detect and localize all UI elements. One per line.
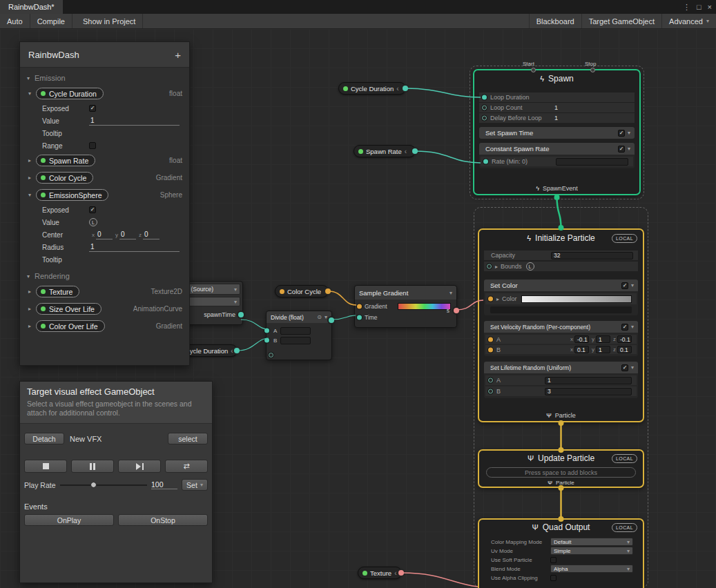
gear-icon[interactable]: ⊙ [317, 314, 322, 320]
radius-field[interactable]: 1 [89, 243, 180, 252]
pill-color-cycle[interactable]: Color Cycle [275, 285, 329, 297]
chevron-down-icon[interactable] [631, 282, 634, 288]
update-title[interactable]: Ψ Update Particle LOCAL [479, 451, 643, 466]
slider-handle[interactable] [90, 482, 97, 488]
param-row-texture[interactable]: Texture Texture2D [20, 283, 189, 300]
block-enabled-checkbox[interactable]: ✓ [621, 364, 628, 371]
initialize-title[interactable]: ϟ Initialize Particle LOCAL [479, 230, 643, 246]
color-mapping-dropdown[interactable]: Default [550, 538, 633, 546]
param-pill[interactable]: Cycle Duration [36, 88, 104, 99]
set-spawn-time-block[interactable]: Set Spawn Time ✓ [479, 127, 635, 139]
velocity-b-x-field[interactable]: 0.1 [574, 346, 589, 353]
lifetime-a-port[interactable] [488, 378, 493, 383]
blend-mode-dropdown[interactable]: Alpha [550, 565, 633, 573]
divide-a-field[interactable] [280, 327, 311, 335]
collapse-icon[interactable] [231, 347, 233, 355]
lock-badge[interactable]: L [89, 218, 97, 226]
capacity-field[interactable]: 32 [551, 252, 633, 259]
play-rate-slider[interactable] [60, 480, 147, 490]
block-enabled-checkbox[interactable]: ✓ [621, 324, 628, 331]
param-pill[interactable]: Spawn Rate [36, 155, 95, 166]
tab-rainbwdash[interactable]: RainbwDash* [0, 0, 63, 14]
chevron-down-icon[interactable] [449, 290, 452, 296]
chevron-right-icon[interactable] [28, 288, 31, 295]
chevron-right-icon[interactable] [496, 296, 499, 302]
sample-gradient-output-port[interactable] [454, 308, 459, 313]
chevron-down-icon[interactable] [28, 192, 31, 198]
velocity-a-x-field[interactable]: -0.1 [574, 335, 589, 343]
advanced-dropdown-button[interactable]: Advanced [661, 14, 716, 28]
use-alpha-clipping-row[interactable]: Use Alpha Clipping [484, 574, 638, 582]
set-lifetime-random-block[interactable]: Set Lifetime Random (Uniform) ✓ A 1 B 3 [484, 362, 638, 398]
loop-count-port[interactable] [482, 106, 487, 110]
gradient-input-row[interactable]: Gradient [365, 302, 451, 311]
gradient-input-port[interactable] [357, 304, 362, 309]
pill-output-port[interactable] [398, 570, 404, 576]
row-value[interactable]: 1 [554, 115, 558, 121]
detach-button[interactable]: Detach [24, 433, 64, 444]
pill-texture[interactable]: Texture [358, 567, 402, 579]
param-pill[interactable]: Size Over Life [36, 303, 101, 315]
chevron-right-icon[interactable] [28, 175, 31, 181]
param-row-size-over-life[interactable]: Size Over Life AnimationCurve [20, 300, 189, 317]
spawn-title[interactable]: ϟ Spawn [474, 70, 639, 87]
spawn-row-loop-duration[interactable]: Loop Duration [479, 92, 635, 102]
chevron-right-icon[interactable] [28, 323, 31, 329]
section-rendering[interactable]: Rendering [20, 269, 189, 283]
chevron-down-icon[interactable] [631, 364, 634, 371]
use-soft-particle-checkbox[interactable] [550, 557, 557, 563]
target-gameobject-toggle-button[interactable]: Target GameObject [581, 14, 661, 28]
lifetime-b-field[interactable]: 3 [545, 388, 632, 395]
blend-mode-row[interactable]: Blend Mode Alpha [484, 565, 638, 573]
compile-button[interactable]: Compile [30, 14, 72, 28]
param-row-color-cycle[interactable]: Color Cycle Gradient [20, 169, 189, 186]
chevron-down-icon[interactable] [628, 130, 630, 136]
spawn-output-anchor[interactable]: ϟ SpawnEvent [474, 185, 639, 192]
velocity-a-y-field[interactable]: 1 [596, 335, 610, 343]
pill-output-port[interactable] [403, 86, 408, 91]
section-emission[interactable]: Emission [20, 71, 189, 85]
spawntime-output-port[interactable] [238, 312, 244, 317]
color-gradient-swatch[interactable] [521, 295, 632, 303]
use-soft-particle-row[interactable]: Use Soft Particle [484, 556, 638, 564]
auto-button[interactable]: Auto [0, 14, 30, 28]
rate-port[interactable] [483, 159, 488, 164]
set-rate-button[interactable]: Set [182, 479, 208, 491]
center-z-field[interactable]: 0 [143, 231, 159, 239]
color-row[interactable]: Color [485, 293, 637, 304]
select-button[interactable]: select [168, 433, 208, 444]
color-port[interactable] [488, 297, 493, 302]
param-pill[interactable]: Color Over Life [36, 320, 105, 332]
divide-add-input-port[interactable] [269, 353, 273, 357]
spawn-row-loop-count[interactable]: Loop Count 1 [479, 103, 635, 112]
divide-output-port[interactable] [329, 317, 334, 323]
row-value[interactable]: 1 [554, 104, 558, 111]
step-button[interactable] [118, 460, 161, 473]
exposed-checkbox[interactable]: ✓ [89, 206, 96, 213]
onstop-button[interactable]: OnStop [118, 514, 208, 526]
pill-output-port[interactable] [325, 288, 331, 294]
velocity-a-port[interactable] [488, 337, 493, 342]
velocity-b-y-field[interactable]: 1 [596, 346, 610, 353]
pill-cycle-duration[interactable]: Cycle Duration [338, 82, 406, 95]
chevron-right-icon[interactable] [28, 306, 31, 312]
spawn-node[interactable]: Start Stop ϟ Spawn Loop Duration Loop Co… [473, 69, 641, 195]
show-in-project-button[interactable]: Show in Project [76, 14, 143, 28]
capacity-row[interactable]: Capacity 32 [484, 251, 638, 260]
exposed-checkbox[interactable]: ✓ [89, 105, 96, 112]
quad-output-node[interactable]: Ψ Quad Output LOCAL Color Mapping Mode D… [478, 518, 644, 588]
velocity-a-row[interactable]: A x -0.1 y 1 z -0.1 [485, 335, 637, 344]
lifetime-a-row[interactable]: A 1 [485, 375, 637, 385]
maximize-icon[interactable]: □ [697, 3, 702, 11]
add-block-placeholder[interactable]: Press space to add blocks [486, 467, 636, 478]
param-row-spawn-rate[interactable]: Spawn Rate float [20, 152, 189, 169]
velocity-b-port[interactable] [488, 347, 493, 352]
velocity-a-z-field[interactable]: -0.1 [617, 335, 632, 343]
lifetime-a-field[interactable]: 1 [545, 377, 632, 384]
value-field[interactable]: 1 [89, 117, 180, 126]
update-particle-node[interactable]: Ψ Update Particle LOCAL Press space to a… [478, 449, 644, 488]
divide-b-field[interactable] [280, 337, 311, 344]
uv-mode-row[interactable]: Uv Mode Simple [484, 547, 638, 555]
set-velocity-random-block[interactable]: Set Velocity Random (Per-component) ✓ A … [484, 321, 638, 356]
pill-spawn-rate[interactable]: Spawn Rate [354, 145, 416, 157]
